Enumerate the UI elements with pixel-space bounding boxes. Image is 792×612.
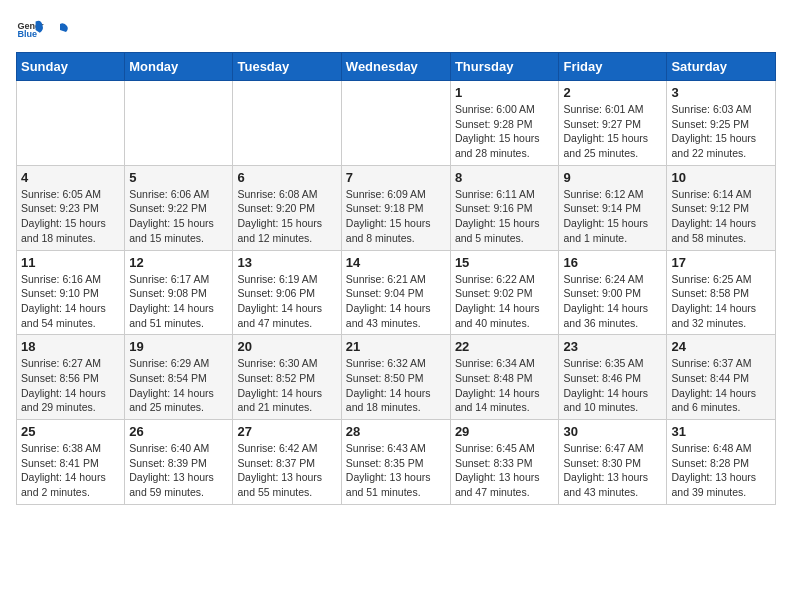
day-info: Sunrise: 6:03 AM Sunset: 9:25 PM Dayligh… xyxy=(671,102,771,161)
day-number: 5 xyxy=(129,170,228,185)
day-info: Sunrise: 6:34 AM Sunset: 8:48 PM Dayligh… xyxy=(455,356,555,415)
calendar-week-2: 4Sunrise: 6:05 AM Sunset: 9:23 PM Daylig… xyxy=(17,165,776,250)
day-info: Sunrise: 6:00 AM Sunset: 9:28 PM Dayligh… xyxy=(455,102,555,161)
day-number: 13 xyxy=(237,255,336,270)
day-number: 28 xyxy=(346,424,446,439)
day-number: 19 xyxy=(129,339,228,354)
day-info: Sunrise: 6:42 AM Sunset: 8:37 PM Dayligh… xyxy=(237,441,336,500)
day-number: 31 xyxy=(671,424,771,439)
day-number: 2 xyxy=(563,85,662,100)
calendar-week-3: 11Sunrise: 6:16 AM Sunset: 9:10 PM Dayli… xyxy=(17,250,776,335)
calendar-week-4: 18Sunrise: 6:27 AM Sunset: 8:56 PM Dayli… xyxy=(17,335,776,420)
day-info: Sunrise: 6:43 AM Sunset: 8:35 PM Dayligh… xyxy=(346,441,446,500)
day-info: Sunrise: 6:09 AM Sunset: 9:18 PM Dayligh… xyxy=(346,187,446,246)
day-info: Sunrise: 6:11 AM Sunset: 9:16 PM Dayligh… xyxy=(455,187,555,246)
calendar-cell xyxy=(125,81,233,166)
day-number: 14 xyxy=(346,255,446,270)
day-info: Sunrise: 6:24 AM Sunset: 9:00 PM Dayligh… xyxy=(563,272,662,331)
day-number: 21 xyxy=(346,339,446,354)
calendar-cell: 28Sunrise: 6:43 AM Sunset: 8:35 PM Dayli… xyxy=(341,420,450,505)
calendar-cell: 10Sunrise: 6:14 AM Sunset: 9:12 PM Dayli… xyxy=(667,165,776,250)
day-info: Sunrise: 6:17 AM Sunset: 9:08 PM Dayligh… xyxy=(129,272,228,331)
day-number: 16 xyxy=(563,255,662,270)
day-info: Sunrise: 6:12 AM Sunset: 9:14 PM Dayligh… xyxy=(563,187,662,246)
calendar-cell: 24Sunrise: 6:37 AM Sunset: 8:44 PM Dayli… xyxy=(667,335,776,420)
day-header-tuesday: Tuesday xyxy=(233,53,341,81)
day-number: 10 xyxy=(671,170,771,185)
day-info: Sunrise: 6:01 AM Sunset: 9:27 PM Dayligh… xyxy=(563,102,662,161)
day-info: Sunrise: 6:47 AM Sunset: 8:30 PM Dayligh… xyxy=(563,441,662,500)
day-info: Sunrise: 6:16 AM Sunset: 9:10 PM Dayligh… xyxy=(21,272,120,331)
day-number: 25 xyxy=(21,424,120,439)
day-info: Sunrise: 6:45 AM Sunset: 8:33 PM Dayligh… xyxy=(455,441,555,500)
day-number: 4 xyxy=(21,170,120,185)
day-info: Sunrise: 6:25 AM Sunset: 8:58 PM Dayligh… xyxy=(671,272,771,331)
calendar-cell: 14Sunrise: 6:21 AM Sunset: 9:04 PM Dayli… xyxy=(341,250,450,335)
calendar-cell: 12Sunrise: 6:17 AM Sunset: 9:08 PM Dayli… xyxy=(125,250,233,335)
day-number: 15 xyxy=(455,255,555,270)
svg-text:Blue: Blue xyxy=(17,29,37,39)
day-number: 18 xyxy=(21,339,120,354)
calendar-week-5: 25Sunrise: 6:38 AM Sunset: 8:41 PM Dayli… xyxy=(17,420,776,505)
day-info: Sunrise: 6:38 AM Sunset: 8:41 PM Dayligh… xyxy=(21,441,120,500)
day-number: 1 xyxy=(455,85,555,100)
day-number: 9 xyxy=(563,170,662,185)
calendar-cell: 31Sunrise: 6:48 AM Sunset: 8:28 PM Dayli… xyxy=(667,420,776,505)
day-number: 29 xyxy=(455,424,555,439)
calendar-cell: 7Sunrise: 6:09 AM Sunset: 9:18 PM Daylig… xyxy=(341,165,450,250)
day-info: Sunrise: 6:40 AM Sunset: 8:39 PM Dayligh… xyxy=(129,441,228,500)
calendar-cell: 20Sunrise: 6:30 AM Sunset: 8:52 PM Dayli… xyxy=(233,335,341,420)
day-info: Sunrise: 6:22 AM Sunset: 9:02 PM Dayligh… xyxy=(455,272,555,331)
calendar-cell: 17Sunrise: 6:25 AM Sunset: 8:58 PM Dayli… xyxy=(667,250,776,335)
day-number: 20 xyxy=(237,339,336,354)
day-header-saturday: Saturday xyxy=(667,53,776,81)
day-number: 24 xyxy=(671,339,771,354)
calendar-header: SundayMondayTuesdayWednesdayThursdayFrid… xyxy=(17,53,776,81)
day-info: Sunrise: 6:35 AM Sunset: 8:46 PM Dayligh… xyxy=(563,356,662,415)
day-number: 6 xyxy=(237,170,336,185)
calendar-table: SundayMondayTuesdayWednesdayThursdayFrid… xyxy=(16,52,776,505)
day-header-sunday: Sunday xyxy=(17,53,125,81)
logo-icon: General Blue xyxy=(16,16,44,44)
calendar-cell xyxy=(341,81,450,166)
calendar-cell: 2Sunrise: 6:01 AM Sunset: 9:27 PM Daylig… xyxy=(559,81,667,166)
day-number: 7 xyxy=(346,170,446,185)
day-info: Sunrise: 6:05 AM Sunset: 9:23 PM Dayligh… xyxy=(21,187,120,246)
day-info: Sunrise: 6:06 AM Sunset: 9:22 PM Dayligh… xyxy=(129,187,228,246)
day-number: 27 xyxy=(237,424,336,439)
calendar-cell: 29Sunrise: 6:45 AM Sunset: 8:33 PM Dayli… xyxy=(450,420,559,505)
day-info: Sunrise: 6:27 AM Sunset: 8:56 PM Dayligh… xyxy=(21,356,120,415)
calendar-cell: 1Sunrise: 6:00 AM Sunset: 9:28 PM Daylig… xyxy=(450,81,559,166)
calendar-cell: 21Sunrise: 6:32 AM Sunset: 8:50 PM Dayli… xyxy=(341,335,450,420)
logo-bird-icon xyxy=(50,20,70,40)
calendar-cell: 27Sunrise: 6:42 AM Sunset: 8:37 PM Dayli… xyxy=(233,420,341,505)
day-number: 30 xyxy=(563,424,662,439)
day-info: Sunrise: 6:48 AM Sunset: 8:28 PM Dayligh… xyxy=(671,441,771,500)
day-info: Sunrise: 6:32 AM Sunset: 8:50 PM Dayligh… xyxy=(346,356,446,415)
calendar-cell: 9Sunrise: 6:12 AM Sunset: 9:14 PM Daylig… xyxy=(559,165,667,250)
logo: General Blue xyxy=(16,16,70,44)
calendar-cell: 13Sunrise: 6:19 AM Sunset: 9:06 PM Dayli… xyxy=(233,250,341,335)
calendar-cell: 5Sunrise: 6:06 AM Sunset: 9:22 PM Daylig… xyxy=(125,165,233,250)
calendar-cell: 22Sunrise: 6:34 AM Sunset: 8:48 PM Dayli… xyxy=(450,335,559,420)
day-header-friday: Friday xyxy=(559,53,667,81)
day-info: Sunrise: 6:30 AM Sunset: 8:52 PM Dayligh… xyxy=(237,356,336,415)
day-number: 11 xyxy=(21,255,120,270)
calendar-cell: 11Sunrise: 6:16 AM Sunset: 9:10 PM Dayli… xyxy=(17,250,125,335)
calendar-cell: 15Sunrise: 6:22 AM Sunset: 9:02 PM Dayli… xyxy=(450,250,559,335)
calendar-cell: 3Sunrise: 6:03 AM Sunset: 9:25 PM Daylig… xyxy=(667,81,776,166)
day-info: Sunrise: 6:29 AM Sunset: 8:54 PM Dayligh… xyxy=(129,356,228,415)
day-number: 22 xyxy=(455,339,555,354)
day-number: 12 xyxy=(129,255,228,270)
day-info: Sunrise: 6:37 AM Sunset: 8:44 PM Dayligh… xyxy=(671,356,771,415)
calendar-cell: 6Sunrise: 6:08 AM Sunset: 9:20 PM Daylig… xyxy=(233,165,341,250)
day-number: 3 xyxy=(671,85,771,100)
day-info: Sunrise: 6:19 AM Sunset: 9:06 PM Dayligh… xyxy=(237,272,336,331)
day-number: 17 xyxy=(671,255,771,270)
day-info: Sunrise: 6:21 AM Sunset: 9:04 PM Dayligh… xyxy=(346,272,446,331)
day-info: Sunrise: 6:14 AM Sunset: 9:12 PM Dayligh… xyxy=(671,187,771,246)
day-info: Sunrise: 6:08 AM Sunset: 9:20 PM Dayligh… xyxy=(237,187,336,246)
day-header-monday: Monday xyxy=(125,53,233,81)
calendar-cell: 8Sunrise: 6:11 AM Sunset: 9:16 PM Daylig… xyxy=(450,165,559,250)
day-number: 26 xyxy=(129,424,228,439)
